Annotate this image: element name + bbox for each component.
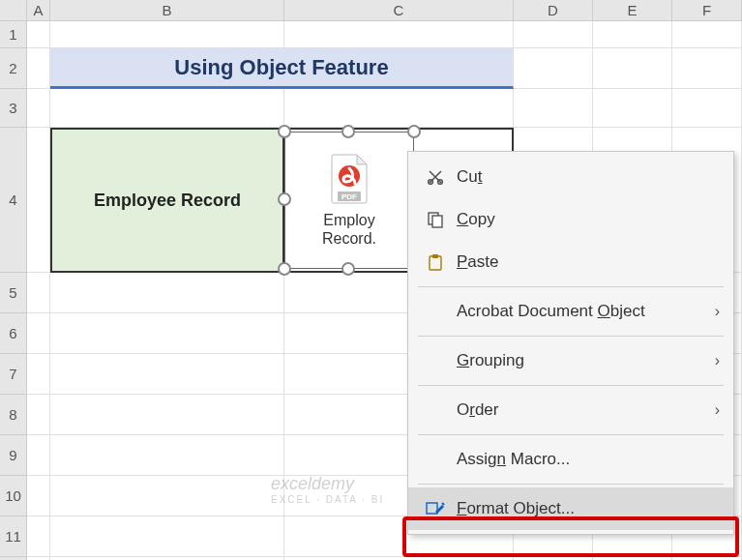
cell[interactable] <box>593 48 672 89</box>
pdf-file-icon: PDF <box>328 153 371 205</box>
cell[interactable] <box>50 273 284 313</box>
row-header-9[interactable]: 9 <box>0 435 27 476</box>
menu-label: Grouping <box>449 351 715 370</box>
menu-separator <box>418 385 724 386</box>
row-header-5[interactable]: 5 <box>0 273 27 313</box>
cell[interactable] <box>27 89 50 128</box>
menu-acrobat-object[interactable]: Acrobat Document Object › <box>408 290 733 333</box>
resize-handle[interactable] <box>341 262 355 276</box>
context-menu: Cut Copy Paste Acrobat Document Object ›… <box>407 151 734 535</box>
cell[interactable] <box>27 128 50 273</box>
menu-label: Copy <box>449 210 720 229</box>
menu-separator <box>418 484 724 485</box>
row-header-7[interactable]: 7 <box>0 354 27 395</box>
cell[interactable] <box>50 354 284 395</box>
menu-copy[interactable]: Copy <box>408 198 733 241</box>
cell[interactable] <box>593 89 672 128</box>
col-header-b[interactable]: B <box>50 0 284 20</box>
cell[interactable] <box>27 476 50 516</box>
resize-handle[interactable] <box>278 262 291 276</box>
submenu-arrow-icon: › <box>715 303 720 320</box>
svg-text:PDF: PDF <box>341 192 357 201</box>
cell[interactable] <box>50 516 284 557</box>
row-header-1[interactable]: 1 <box>0 21 27 48</box>
resize-handle[interactable] <box>407 125 421 138</box>
row-header-11[interactable]: 11 <box>0 516 27 557</box>
svg-rect-7 <box>430 256 441 270</box>
employee-record-cell[interactable]: Employee Record <box>50 128 284 273</box>
menu-assign-macro[interactable]: Assign Macro... <box>408 438 733 481</box>
column-headers: A B C D E F <box>0 0 742 21</box>
menu-cut[interactable]: Cut <box>408 156 733 198</box>
object-filename: EmployRecord. <box>322 211 376 248</box>
cell[interactable] <box>514 89 593 128</box>
menu-grouping[interactable]: Grouping › <box>408 339 733 382</box>
menu-label: Paste <box>449 252 720 272</box>
select-all-corner[interactable] <box>0 0 27 20</box>
cell[interactable] <box>672 89 742 128</box>
col-header-d[interactable]: D <box>514 0 593 20</box>
submenu-arrow-icon: › <box>715 401 720 419</box>
format-object-icon <box>422 500 449 517</box>
cell[interactable] <box>27 313 50 354</box>
col-header-e[interactable]: E <box>593 0 672 20</box>
row-header-2[interactable]: 2 <box>0 48 27 89</box>
col-header-a[interactable]: A <box>27 0 50 20</box>
col-header-f[interactable]: F <box>672 0 742 20</box>
resize-handle[interactable] <box>341 125 355 138</box>
cell[interactable] <box>27 395 50 435</box>
menu-label: Cut <box>449 167 720 187</box>
row-header-10[interactable]: 10 <box>0 476 27 516</box>
cell[interactable] <box>27 354 50 395</box>
submenu-arrow-icon: › <box>715 352 720 369</box>
cell[interactable] <box>27 21 50 48</box>
cell[interactable] <box>50 89 284 128</box>
menu-separator <box>418 286 724 287</box>
svg-rect-6 <box>432 216 442 227</box>
embedded-pdf-object[interactable]: PDF EmployRecord. <box>284 132 414 269</box>
row-header-6[interactable]: 6 <box>0 313 27 354</box>
cell[interactable] <box>50 476 284 516</box>
cell[interactable] <box>284 21 514 48</box>
menu-order[interactable]: Order › <box>408 389 733 431</box>
resize-handle[interactable] <box>278 192 291 206</box>
cell[interactable] <box>27 516 50 557</box>
cell[interactable] <box>27 273 50 313</box>
cell[interactable] <box>284 89 514 128</box>
cell[interactable] <box>50 435 284 476</box>
cell[interactable] <box>593 21 672 48</box>
cut-icon <box>422 168 449 186</box>
cell[interactable] <box>514 21 593 48</box>
cell[interactable] <box>672 48 742 89</box>
col-header-c[interactable]: C <box>284 0 514 20</box>
cell[interactable] <box>514 48 593 89</box>
title-cell[interactable]: Using Object Feature <box>50 48 514 89</box>
cell[interactable] <box>50 313 284 354</box>
menu-label: Acrobat Document Object <box>449 302 715 321</box>
menu-label: Order <box>449 400 715 420</box>
cell[interactable] <box>50 395 284 435</box>
cell[interactable] <box>672 21 742 48</box>
resize-handle[interactable] <box>278 125 291 138</box>
paste-icon <box>422 253 449 271</box>
row-header-8[interactable]: 8 <box>0 395 27 435</box>
svg-rect-8 <box>432 254 438 258</box>
menu-paste[interactable]: Paste <box>408 241 733 283</box>
menu-format-object[interactable]: Format Object... <box>408 487 733 530</box>
row-header-4[interactable]: 4 <box>0 128 27 273</box>
menu-separator <box>418 336 724 337</box>
watermark: exceldemy EXCEL · DATA · BI <box>271 474 384 505</box>
menu-separator <box>418 434 724 435</box>
copy-icon <box>422 211 449 228</box>
menu-label: Format Object... <box>449 499 720 518</box>
cell[interactable] <box>50 21 284 48</box>
menu-label: Assign Macro... <box>449 450 720 469</box>
row-header-3[interactable]: 3 <box>0 89 27 128</box>
cell[interactable] <box>27 435 50 476</box>
cell[interactable] <box>27 48 50 89</box>
